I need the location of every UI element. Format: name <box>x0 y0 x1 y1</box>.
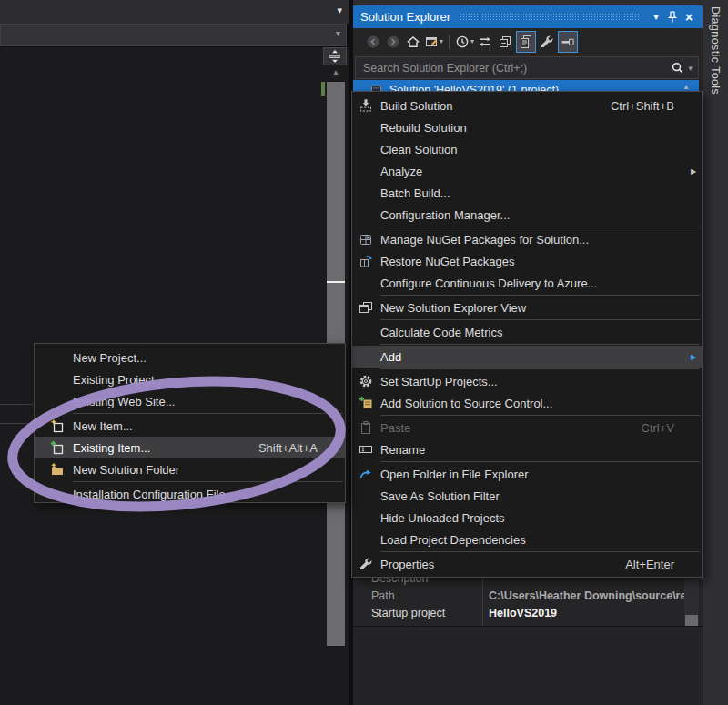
menu-item-configure-continuous-delivery-to-azure[interactable]: Configure Continuous Delivery to Azure..… <box>352 272 702 294</box>
search-chevron-down-icon[interactable]: ▾ <box>688 64 693 73</box>
toolbar-divider <box>449 35 450 49</box>
tree-scroll-up-icon[interactable]: ▲ <box>682 83 690 91</box>
menu-separator <box>380 415 700 416</box>
toolbar-button-pending-changes-filter[interactable]: ▾ <box>455 32 474 52</box>
menu-item-label: Build Solution <box>380 99 611 113</box>
menu-item-existing-web-site[interactable]: Existing Web Site... <box>35 390 345 412</box>
switch-views-icon <box>424 35 439 49</box>
vs-window: ▾ ▾ ▲ Solution Explorer ▾ × ▾▾ <box>0 0 728 705</box>
menu-item-open-folder-in-file-explorer[interactable]: Open Folder in File Explorer <box>352 463 702 485</box>
menu-item-label: Clean Solution <box>380 143 687 156</box>
menu-separator <box>73 413 343 414</box>
menu-item-analyze[interactable]: Analyze▶ <box>352 160 702 182</box>
menu-item-configuration-manager[interactable]: Configuration Manager... <box>352 204 702 226</box>
menu-item-manage-nuget-packages-for-solution[interactable]: Manage NuGet Packages for Solution... <box>352 228 702 250</box>
menu-separator <box>380 295 700 296</box>
menu-separator <box>380 461 700 462</box>
solution-explorer-toolbar: ▾▾ <box>353 28 703 55</box>
search-box: ▾ <box>355 56 699 79</box>
menu-item-label: Existing Web Site... <box>73 395 330 408</box>
menu-item-batch-build[interactable]: Batch Build... <box>352 182 702 204</box>
close-icon[interactable]: × <box>681 9 697 25</box>
property-row-startup-project[interactable]: Startup projectHelloVS2019 <box>353 604 684 621</box>
menu-item-properties[interactable]: PropertiesAlt+Enter <box>352 553 702 575</box>
menu-item-label: Configure Continuous Delivery to Azure..… <box>380 277 687 290</box>
editor-scroll-up-icon[interactable]: ▲ <box>325 66 347 79</box>
properties-grid-divider <box>482 569 483 626</box>
menu-separator <box>380 344 700 345</box>
menu-shortcut: Ctrl+V <box>642 421 674 435</box>
menu-item-new-item[interactable]: New Item... <box>35 415 345 437</box>
show-all-files-icon <box>561 35 575 49</box>
chevron-down-icon[interactable]: ▾ <box>440 37 443 45</box>
open-folder-icon <box>356 467 376 481</box>
menu-item-new-solution-folder[interactable]: New Solution Folder <box>35 458 345 480</box>
sync-with-active-document-icon <box>478 35 492 49</box>
autohide-channel: Diagnostic Tools <box>703 0 728 705</box>
menu-item-save-as-solution-filter[interactable]: Save As Solution Filter <box>352 485 702 507</box>
panel-empty-area <box>353 627 703 705</box>
menu-item-label: Calculate Code Metrics <box>380 326 687 339</box>
menu-separator <box>380 227 700 227</box>
editor-navigation-bar[interactable]: ▾ <box>0 24 347 46</box>
menu-item-label: Existing Project... <box>73 373 330 387</box>
collapse-all-icon <box>498 35 512 49</box>
preview-selected-items-icon <box>519 35 533 49</box>
menu-item-rename[interactable]: Rename <box>352 438 702 460</box>
menu-separator <box>73 481 343 482</box>
menu-item-set-startup-projects[interactable]: Set StartUp Projects... <box>352 370 702 392</box>
titlebar-drag-grip[interactable] <box>460 13 639 21</box>
split-editor-handle[interactable] <box>323 47 347 65</box>
new-view-icon <box>356 300 376 315</box>
window-list-chevron-icon[interactable]: ▾ <box>337 5 342 16</box>
home-icon <box>406 35 420 49</box>
menu-item-label: Load Project Dependencies <box>380 533 687 547</box>
toolbar-button-forward[interactable] <box>384 32 402 52</box>
menu-item-rebuild-solution[interactable]: Rebuild Solution <box>352 116 702 138</box>
properties-scrollbar[interactable] <box>684 569 699 626</box>
toolbar-button-preview-selected-items[interactable] <box>516 31 536 53</box>
menu-item-label: Existing Item... <box>73 441 258 455</box>
menu-item-new-project[interactable]: New Project... <box>35 347 345 368</box>
nuget-icon <box>356 232 376 247</box>
toolbar-button-switch-views[interactable]: ▾ <box>424 32 443 52</box>
scrollbar-caret-line <box>327 281 345 283</box>
nuget-restore-icon <box>356 254 376 268</box>
search-input[interactable] <box>356 62 671 75</box>
toolbar-button-collapse-all[interactable] <box>496 32 514 52</box>
pending-changes-filter-icon <box>455 35 470 49</box>
menu-item-hide-unloaded-projects[interactable]: Hide Unloaded Projects <box>352 507 702 529</box>
menu-item-new-solution-explorer-view[interactable]: New Solution Explorer View <box>352 297 702 318</box>
menu-item-label: Rename <box>380 443 687 457</box>
menu-item-label: Installation Configuration File <box>73 488 330 501</box>
tab-diagnostic-tools[interactable]: Diagnostic Tools <box>703 0 722 95</box>
menu-item-add[interactable]: Add▶ <box>352 346 702 368</box>
property-label: Startup project <box>353 607 482 619</box>
pin-icon[interactable] <box>664 9 681 25</box>
add-submenu: New Project...Existing Project...Existin… <box>34 343 346 503</box>
chevron-down-icon[interactable]: ▾ <box>470 37 474 45</box>
menu-item-restore-nuget-packages[interactable]: Restore NuGet Packages <box>352 250 702 272</box>
menu-item-build-solution[interactable]: Build SolutionCtrl+Shift+B <box>352 95 702 116</box>
menu-item-installation-configuration-file[interactable]: Installation Configuration File <box>35 483 345 503</box>
menu-item-clean-solution[interactable]: Clean Solution <box>352 138 702 160</box>
toolbar-button-show-all-files[interactable] <box>558 31 578 53</box>
menu-item-existing-item[interactable]: Existing Item...Shift+Alt+A <box>35 437 345 458</box>
toolbar-button-back[interactable] <box>364 32 382 52</box>
toolbar-button-home[interactable] <box>404 32 422 52</box>
search-icon[interactable] <box>671 61 684 75</box>
menu-item-calculate-code-metrics[interactable]: Calculate Code Metrics <box>352 321 702 343</box>
menu-item-paste[interactable]: PasteCtrl+V <box>352 417 702 438</box>
toolbar-button-sync-with-active-document[interactable] <box>476 32 494 52</box>
solution-explorer-titlebar[interactable]: Solution Explorer ▾ × <box>353 5 703 28</box>
menu-separator <box>380 368 700 369</box>
property-row-path[interactable]: PathC:\Users\Heather Downing\source\rep <box>353 587 684 604</box>
menu-item-add-solution-to-source-control[interactable]: Add Solution to Source Control... <box>352 392 702 414</box>
menu-item-load-project-dependencies[interactable]: Load Project Dependencies <box>352 529 702 550</box>
split-editor-icon <box>329 50 341 63</box>
menu-item-existing-project[interactable]: Existing Project... <box>35 368 345 390</box>
window-position-chevron-icon[interactable]: ▾ <box>648 9 664 25</box>
toolbar-button-properties-wrench[interactable] <box>538 32 556 52</box>
scrollbar-annotation-mark <box>321 82 325 96</box>
properties-scrollbar-thumb[interactable] <box>685 615 698 626</box>
